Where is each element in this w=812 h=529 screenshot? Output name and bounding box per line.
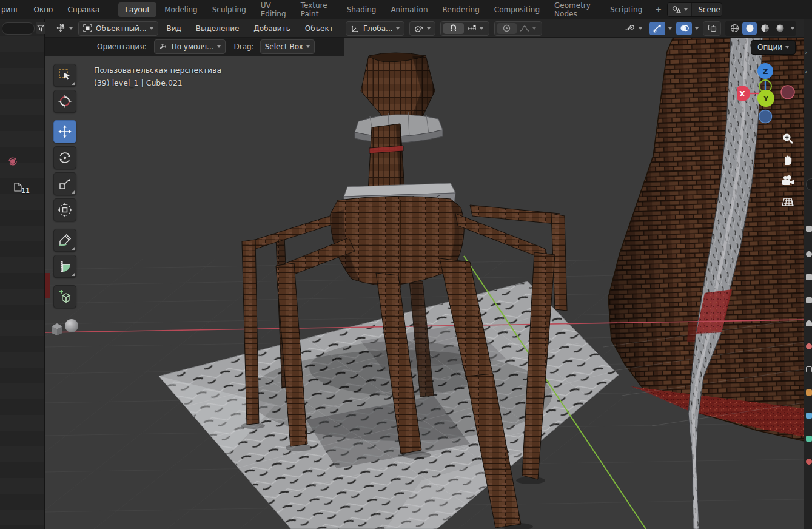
chevron-down-icon: [668, 27, 672, 30]
shading-mode-group: [725, 21, 796, 36]
sphere-primitive[interactable]: [65, 319, 78, 332]
render-tab-icon[interactable]: [806, 251, 812, 257]
chevron-down-icon: [532, 27, 536, 30]
tool-move[interactable]: [53, 120, 76, 143]
tool-measure[interactable]: [53, 255, 76, 278]
orientation-label: Ориентация:: [97, 42, 147, 51]
outliner-rows[interactable]: [0, 36, 44, 529]
shading-material-button[interactable]: [757, 22, 772, 35]
chevron-down-icon: [785, 46, 789, 49]
add-workspace-button[interactable]: +: [650, 2, 666, 17]
orphan-data-icon[interactable]: [7, 156, 18, 167]
chevron-down-icon: [217, 45, 221, 48]
gizmo-x-label: X: [739, 90, 745, 98]
scene-selector[interactable]: Scene: [667, 2, 722, 17]
tool-cursor[interactable]: [53, 90, 76, 113]
chevron-down-icon: [791, 27, 794, 30]
tool-add-cube[interactable]: [53, 285, 76, 308]
viewport-3d-scene[interactable]: [45, 38, 804, 529]
drag-label: Drag:: [234, 42, 254, 51]
menu-object[interactable]: Объект: [299, 24, 340, 33]
chevron-down-icon: [639, 27, 642, 30]
mode-selector[interactable]: Объектный...: [78, 21, 158, 36]
physics-tab-icon[interactable]: [806, 413, 812, 419]
filter-funnel-icon[interactable]: [36, 22, 45, 34]
orientation-dropdown[interactable]: По умолч...: [154, 39, 226, 54]
viewport-3d[interactable]: Ориентация: По умолч... Drag: Select Box…: [45, 38, 804, 529]
world-tab-icon[interactable]: [806, 343, 812, 349]
tool-select-box[interactable]: [53, 64, 76, 87]
object-tab-icon[interactable]: [806, 366, 812, 372]
tab-compositing[interactable]: Compositing: [488, 2, 546, 17]
tab-scripting[interactable]: Scripting: [603, 2, 649, 17]
tool-annotate[interactable]: [53, 229, 76, 252]
drag-dropdown[interactable]: Select Box: [260, 39, 315, 54]
drag-dropdown-value: Select Box: [265, 42, 303, 51]
tab-rendering[interactable]: Rendering: [436, 2, 486, 17]
view-layer-tab-icon[interactable]: [806, 297, 812, 303]
viewport-nav-buttons: [779, 130, 796, 215]
menu-view[interactable]: Вид: [161, 24, 187, 33]
tool-transform[interactable]: [53, 198, 76, 221]
options-dropdown[interactable]: Опции: [751, 40, 796, 55]
chevron-down-icon: [684, 8, 688, 11]
overlays-toggle[interactable]: [676, 22, 692, 35]
particles-tab-icon[interactable]: [806, 436, 812, 442]
navigation-gizmo[interactable]: Z X Y: [737, 61, 804, 129]
tab-shading[interactable]: Shading: [340, 2, 383, 17]
gizmo-y-label: Y: [763, 95, 769, 103]
gizmos-toggle[interactable]: [649, 22, 665, 35]
tab-modeling[interactable]: Modeling: [158, 2, 204, 17]
properties-search-fragment[interactable]: [806, 178, 812, 190]
view-perspective-label: Пользовательская перспектива: [94, 64, 221, 76]
orientation-axes-icon: [351, 24, 360, 33]
tab-sculpting[interactable]: Sculpting: [206, 2, 253, 17]
chevron-down-icon: [695, 27, 699, 30]
overlays-toggle-icon: [680, 24, 689, 32]
menu-window[interactable]: Окно: [27, 5, 61, 14]
magnet-icon: [449, 24, 457, 32]
blender-window: ринг Окно Справка Layout Modeling Sculpt…: [0, 0, 812, 529]
data-tab-icon[interactable]: [806, 459, 812, 465]
shading-rendered-button[interactable]: [773, 22, 787, 35]
shading-solid-button[interactable]: [742, 22, 757, 35]
tab-geometry-nodes[interactable]: Geometry Nodes: [548, 0, 602, 21]
menu-add[interactable]: Добавить: [247, 24, 296, 33]
expand-properties-arrow[interactable]: ›: [805, 49, 807, 56]
tab-layout[interactable]: Layout: [118, 2, 156, 17]
outliner-search-input[interactable]: [2, 22, 35, 35]
camera-view-button[interactable]: [779, 172, 796, 189]
tool-rotate[interactable]: [53, 146, 76, 169]
menu-render[interactable]: ринг: [0, 5, 27, 14]
workspace-tabs: Layout Modeling Sculpting UV Editing Tex…: [118, 0, 667, 21]
blend-file-row[interactable]: 11: [13, 182, 30, 193]
tool-tab-icon[interactable]: [806, 226, 812, 232]
gizmo-x-negative[interactable]: [781, 86, 794, 99]
xray-toggle[interactable]: [703, 21, 721, 36]
falloff-selector[interactable]: [517, 22, 539, 35]
snap-target-selector[interactable]: [464, 22, 486, 35]
snap-toggle[interactable]: [443, 23, 464, 34]
output-tab-icon[interactable]: [806, 274, 812, 280]
shading-wireframe-button[interactable]: [727, 22, 742, 35]
tab-texture-paint[interactable]: Texture Paint: [294, 0, 339, 21]
editor-type-button[interactable]: [53, 22, 76, 35]
proportional-editing-toggle[interactable]: [497, 23, 517, 34]
gizmos-toggle-icon: [653, 24, 662, 33]
zoom-button[interactable]: [779, 130, 796, 147]
object-visibility-dropdown[interactable]: [622, 22, 645, 35]
gizmo-z-negative[interactable]: [759, 110, 772, 123]
subtool-indicator: [72, 82, 75, 85]
tool-scale[interactable]: [53, 172, 76, 195]
orthographic-grid-button[interactable]: [779, 194, 796, 211]
collapse-sidebar-arrow[interactable]: ‹: [805, 68, 807, 76]
menu-help[interactable]: Справка: [60, 5, 107, 14]
pivot-point-selector[interactable]: [409, 21, 435, 36]
scene-tab-icon[interactable]: [806, 320, 812, 326]
pan-hand-button[interactable]: [779, 151, 796, 168]
tab-animation[interactable]: Animation: [384, 2, 434, 17]
menu-select[interactable]: Выделение: [190, 24, 245, 33]
transform-orientation-selector[interactable]: Глоба...: [346, 21, 404, 36]
modifiers-tab-icon[interactable]: [806, 389, 812, 396]
tab-uv-editing[interactable]: UV Editing: [254, 0, 293, 21]
